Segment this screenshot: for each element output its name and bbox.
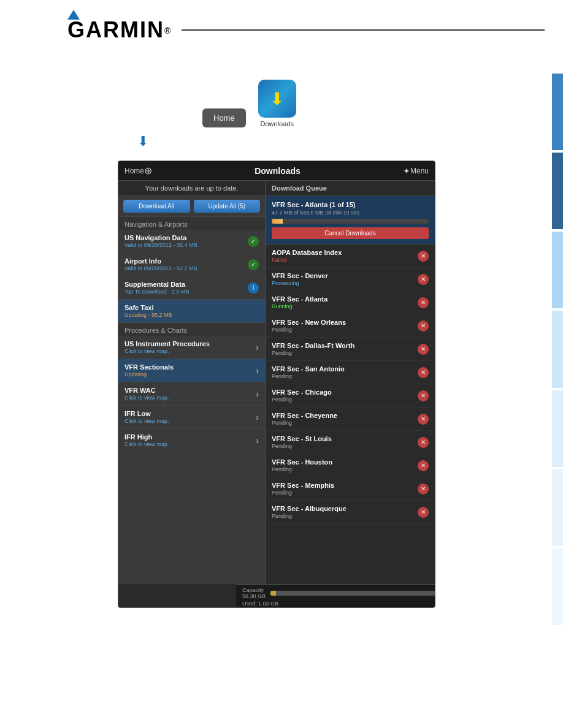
list-item[interactable]: Airport Info Valid to 09/20/2012 - 52.2 … bbox=[118, 253, 265, 276]
cancel-item-button[interactable]: ✕ bbox=[418, 483, 429, 495]
download-progress-bar bbox=[272, 219, 429, 224]
cancel-item-button[interactable]: ✕ bbox=[418, 437, 429, 448]
cancel-item-button[interactable]: ✕ bbox=[418, 390, 429, 401]
capacity-bar: Capacity56.30 GB Used: 1.03 GB Available… bbox=[236, 584, 435, 607]
screen-nav-icon: ⊕ bbox=[144, 165, 152, 176]
brand-name: GARMIN bbox=[67, 17, 164, 42]
cancel-item-button[interactable]: ✕ bbox=[418, 367, 429, 378]
info-icon: i bbox=[248, 282, 259, 294]
list-item[interactable]: Supplemental Data Tap To Download - 2.0 … bbox=[118, 276, 265, 300]
garmin-triangle-icon bbox=[67, 10, 80, 20]
queue-item[interactable]: AOPA Database Index Failed ✕ bbox=[266, 245, 435, 268]
downloads-cloud-icon: ⬇ bbox=[270, 89, 284, 109]
cancel-item-button[interactable]: ✕ bbox=[418, 460, 429, 471]
capacity-stats: Used: 1.03 GB Available: 55.27 GB bbox=[236, 601, 435, 607]
active-download-item: VFR Sec - Atlanta (1 of 15) 47.7 MB of 6… bbox=[266, 196, 435, 245]
side-decoration bbox=[552, 74, 563, 625]
queue-item[interactable]: VFR Sec - Denver Processing ✕ bbox=[266, 268, 435, 291]
queue-item[interactable]: VFR Sec - Atlanta Running ✕ bbox=[266, 291, 435, 314]
chevron-right-icon: › bbox=[256, 436, 259, 446]
chevron-right-icon: › bbox=[256, 412, 259, 422]
capacity-bar-track bbox=[270, 591, 435, 596]
procedures-section-header: Procedures & Charts bbox=[118, 323, 265, 336]
queue-item[interactable]: VFR Sec - Houston Pending ✕ bbox=[266, 454, 435, 477]
screen-home-button[interactable]: Home bbox=[124, 167, 144, 175]
list-item[interactable]: US Instrument Procedures Click to view m… bbox=[118, 336, 265, 359]
list-item[interactable]: VFR Sectionals Updating › bbox=[118, 359, 265, 382]
list-item[interactable]: IFR High Click to view map. › bbox=[118, 429, 265, 452]
cancel-item-button[interactable]: ✕ bbox=[418, 507, 429, 518]
action-buttons: Download All Update All (5) bbox=[118, 196, 265, 217]
downloads-icon-box: ⬇ bbox=[258, 80, 296, 118]
download-all-button[interactable]: Download All bbox=[123, 200, 190, 213]
queue-item[interactable]: VFR Sec - San Antonio Pending ✕ bbox=[266, 361, 435, 384]
chevron-right-icon: › bbox=[256, 366, 259, 376]
capacity-bar-fill bbox=[270, 591, 276, 596]
cancel-downloads-button[interactable]: Cancel Downloads bbox=[272, 227, 429, 239]
garmin-logo: GARMIN® bbox=[67, 17, 170, 43]
screen-menu-button[interactable]: Menu bbox=[410, 167, 429, 175]
queue-item[interactable]: VFR Sec - Chicago Pending ✕ bbox=[266, 384, 435, 408]
queue-item[interactable]: VFR Sec - Dallas-Ft Worth Pending ✕ bbox=[266, 338, 435, 361]
page-header: GARMIN® bbox=[67, 17, 545, 43]
screen-settings-icon[interactable]: ✦ bbox=[403, 166, 410, 176]
queue-item[interactable]: VFR Sec - Cheyenne Pending ✕ bbox=[266, 408, 435, 431]
update-all-button[interactable]: Update All (5) bbox=[194, 200, 261, 213]
status-message: Your downloads are up to date. bbox=[118, 181, 265, 196]
cancel-item-button[interactable]: ✕ bbox=[418, 251, 429, 262]
chevron-right-icon: › bbox=[256, 389, 259, 399]
screen-body: Your downloads are up to date. Download … bbox=[118, 181, 435, 584]
queue-header: Download Queue bbox=[266, 181, 435, 196]
progress-bar-fill bbox=[272, 219, 283, 224]
down-arrow-icon: ⬇ bbox=[137, 134, 148, 150]
check-icon: ✓ bbox=[248, 259, 259, 270]
header-line bbox=[182, 29, 545, 31]
nav-airports-section-header: Navigation & Airports bbox=[118, 217, 265, 230]
active-download-subtitle: 47.7 MB of 633.0 MB 28 min 10 sec bbox=[272, 210, 429, 216]
cancel-item-button[interactable]: ✕ bbox=[418, 320, 429, 332]
cancel-item-button[interactable]: ✕ bbox=[418, 274, 429, 285]
screen-title: Downloads bbox=[152, 166, 403, 176]
capacity-label: Capacity56.30 GB bbox=[242, 587, 266, 599]
cancel-item-button[interactable]: ✕ bbox=[418, 344, 429, 355]
home-button[interactable]: Home bbox=[202, 108, 246, 127]
downloads-nav-item[interactable]: ⬇ Downloads bbox=[258, 80, 296, 127]
cancel-item-button[interactable]: ✕ bbox=[418, 414, 429, 425]
check-icon: ✓ bbox=[248, 236, 259, 247]
left-panel: Your downloads are up to date. Download … bbox=[118, 181, 266, 584]
list-item[interactable]: US Navigation Data Valid to 09/20/2012 -… bbox=[118, 230, 265, 253]
active-download-title: VFR Sec - Atlanta (1 of 15) bbox=[272, 201, 429, 208]
right-panel: Download Queue VFR Sec - Atlanta (1 of 1… bbox=[266, 181, 435, 584]
top-navigation: Home ⬇ Downloads bbox=[202, 80, 296, 127]
queue-item[interactable]: VFR Sec - Memphis Pending ✕ bbox=[266, 477, 435, 501]
cancel-item-button[interactable]: ✕ bbox=[418, 297, 429, 308]
list-item[interactable]: Safe Taxi Updating - 95.2 MB bbox=[118, 300, 265, 323]
chevron-right-icon: › bbox=[256, 343, 259, 352]
downloads-nav-label: Downloads bbox=[260, 120, 293, 127]
list-item[interactable]: VFR WAC Click to view map. › bbox=[118, 382, 265, 406]
capacity-used: Used: 1.03 GB bbox=[242, 601, 278, 607]
device-screen: Home ⊕ Downloads ✦ Menu Your downloads a… bbox=[118, 161, 435, 608]
queue-item[interactable]: VFR Sec - St Louis Pending ✕ bbox=[266, 431, 435, 454]
queue-item[interactable]: VFR Sec - Albuquerque Pending ✕ bbox=[266, 501, 435, 524]
screen-header: Home ⊕ Downloads ✦ Menu bbox=[118, 161, 435, 181]
queue-item[interactable]: VFR Sec - New Orleans Pending ✕ bbox=[266, 314, 435, 338]
list-item[interactable]: IFR Low Click to view map. › bbox=[118, 406, 265, 429]
